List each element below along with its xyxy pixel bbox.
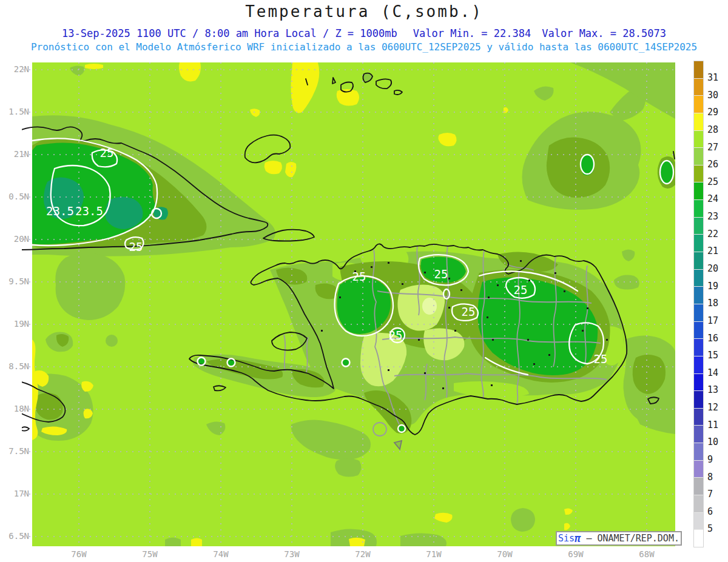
lat-label: 7.5N xyxy=(2,446,29,456)
colorbar-swatch xyxy=(694,218,703,235)
colorbar-tick: 30 xyxy=(707,90,728,101)
colorbar-swatch xyxy=(694,166,703,182)
colorbar-swatch xyxy=(694,304,703,321)
colorbar-swatch xyxy=(694,287,703,304)
colorbar-tick: 28 xyxy=(707,124,728,135)
lon-label: 73W xyxy=(274,549,310,559)
lat-label: 20N xyxy=(2,234,29,244)
contour-label: 23.5 xyxy=(46,204,74,218)
colorbar-tick: 16 xyxy=(707,333,728,344)
colorbar-swatch xyxy=(694,374,703,391)
colorbar-swatch xyxy=(694,113,703,130)
colorbar-tick: 18 xyxy=(707,298,728,309)
lat-label: 17N xyxy=(2,489,29,498)
colorbar-tick: 7 xyxy=(707,489,728,500)
lon-label: 70W xyxy=(487,549,523,559)
colorbar-swatch xyxy=(694,182,703,199)
colorbar-swatch xyxy=(694,426,703,443)
colorbar-swatch xyxy=(694,391,703,408)
colorbar-tick: 17 xyxy=(707,315,728,326)
lon-label: 71W xyxy=(416,549,452,559)
colorbar-tick: 31 xyxy=(707,72,728,83)
colorbar-tick: 25 xyxy=(707,176,728,187)
colorbar-swatch xyxy=(694,513,703,530)
colorbar-tick: 26 xyxy=(707,159,728,170)
lat-label: 22N xyxy=(2,64,29,74)
colorbar-tick: 19 xyxy=(707,281,728,292)
lon-label: 69W xyxy=(558,549,594,559)
colorbar-swatch xyxy=(694,356,703,373)
colorbar-swatch xyxy=(694,96,703,113)
colorbar-tick: 29 xyxy=(707,107,728,118)
colorbar-tick: 11 xyxy=(707,420,728,430)
lat-label: 9.5N xyxy=(2,276,29,286)
credit-box: Sisπ – ONAMET/REP.DOM. xyxy=(556,531,682,546)
colorbar-swatch xyxy=(694,235,703,252)
lat-label: 21N xyxy=(2,149,29,159)
colorbar-swatch xyxy=(694,478,703,495)
sispi-logo-text: Sis xyxy=(558,533,575,544)
contour-label: 25 xyxy=(129,240,143,253)
credit-text: – ONAMET/REP.DOM. xyxy=(581,533,679,544)
colorbar-swatch xyxy=(694,270,703,287)
lon-label: 74W xyxy=(203,549,239,559)
pi-icon: π xyxy=(575,532,581,544)
lon-label: 76W xyxy=(61,549,97,559)
colorbar-swatch xyxy=(694,461,703,478)
colorbar-swatch xyxy=(694,200,703,217)
lon-label: 75W xyxy=(132,549,168,559)
colorbar-swatch xyxy=(694,322,703,339)
colorbar-swatch xyxy=(694,409,703,426)
lon-label: 72W xyxy=(345,549,381,559)
contour-label: 23.5 xyxy=(75,204,103,218)
lon-label: 68W xyxy=(629,549,665,559)
contour-label: 25 xyxy=(352,270,366,283)
colorbar-swatch xyxy=(694,530,703,547)
colorbar-swatch xyxy=(694,131,703,148)
colorbar-tick: 21 xyxy=(707,246,728,256)
colorbar-swatch xyxy=(694,61,703,78)
colorbar-swatch xyxy=(694,148,703,165)
colorbar-tick: 6 xyxy=(707,506,728,517)
colorbar-tick: 22 xyxy=(707,229,728,239)
lat-label: 18N xyxy=(2,404,29,413)
colorbar-tick: 8 xyxy=(707,472,728,483)
colorbar-tick: 23 xyxy=(707,211,728,222)
colorbar-tick: 9 xyxy=(707,454,728,465)
colorbar-swatch xyxy=(694,443,703,460)
contour-label: 25 xyxy=(514,283,528,296)
lat-label: 19N xyxy=(2,319,29,329)
colorbar-tick: 12 xyxy=(707,402,728,413)
colorbar-tick: 14 xyxy=(707,367,728,378)
lat-label: 1.5N xyxy=(2,107,29,116)
colorbar-tick: 10 xyxy=(707,437,728,447)
colorbar-tick: 24 xyxy=(707,193,728,204)
temperature-map: 25 23.5 23.5 25 25 25 25 25 25 25 xyxy=(0,0,728,562)
colorbar-swatch xyxy=(694,252,703,269)
colorbar-tick: 13 xyxy=(707,384,728,395)
colorbar xyxy=(693,61,704,547)
contour-label: 25 xyxy=(389,329,403,342)
contour-label: 25 xyxy=(462,305,476,318)
colorbar-swatch xyxy=(694,495,703,512)
colorbar-tick: 27 xyxy=(707,142,728,153)
colorbar-swatch xyxy=(694,79,703,96)
contour-label: 25 xyxy=(100,146,114,159)
lat-label: 6.5N xyxy=(2,531,29,541)
contour-label: 25 xyxy=(594,352,608,366)
colorbar-tick: 20 xyxy=(707,263,728,274)
weather-map-page: Temperatura (C,somb.) 13-Sep-2025 1100 U… xyxy=(0,0,728,562)
colorbar-tick: 15 xyxy=(707,350,728,361)
lat-label: 0.5N xyxy=(2,192,29,201)
colorbar-tick: 5 xyxy=(707,523,728,534)
temperature-fill-layer xyxy=(32,62,675,546)
lat-label: 8.5N xyxy=(2,361,29,371)
colorbar-swatch xyxy=(694,339,703,356)
contour-label: 25 xyxy=(434,267,448,281)
